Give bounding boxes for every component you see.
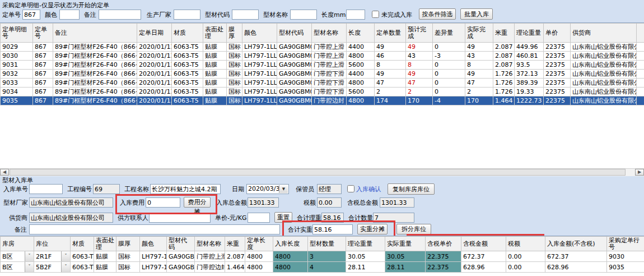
column-header[interactable]: 税额 xyxy=(506,237,545,251)
filter-profile-code-input[interactable] xyxy=(232,10,259,20)
weight-share-button[interactable]: 实重分摊 xyxy=(357,224,388,234)
column-header[interactable]: 含税金额 xyxy=(461,237,506,251)
column-header[interactable]: 库位 xyxy=(34,237,71,251)
horizontal-scrollbar[interactable]: ◀ ▶ xyxy=(0,168,644,176)
column-header[interactable]: 供货商 xyxy=(571,24,637,43)
tax-input[interactable] xyxy=(317,197,342,208)
column-header[interactable]: 定单号 xyxy=(33,24,53,43)
date-picker[interactable]: 2020/03/31 ▼ xyxy=(246,184,289,194)
reset-button[interactable]: 重置 xyxy=(274,212,292,223)
column-header[interactable]: 膜厚 xyxy=(116,237,140,251)
cell[interactable]: 2R1F˅ xyxy=(34,251,71,262)
column-header[interactable]: 实际完成 xyxy=(465,24,493,43)
column-header[interactable]: 定单明细号 xyxy=(1,24,33,43)
remark-input[interactable] xyxy=(29,224,280,234)
column-header[interactable]: 含税单价 xyxy=(426,237,461,251)
batch-inbound-button[interactable]: 批量入库 xyxy=(460,8,493,20)
filter-color-input[interactable] xyxy=(59,10,80,20)
cell: 47 xyxy=(406,79,433,88)
calendar-dropdown-icon[interactable]: ▼ xyxy=(279,185,288,193)
table-row[interactable]: 903586789#门框型材F26-F40（866+867）2020/01/13… xyxy=(1,96,644,105)
column-header[interactable]: 膜厚 xyxy=(227,24,242,43)
actual-weight-input[interactable] xyxy=(312,224,353,234)
cell: 4800 xyxy=(347,52,375,61)
cell[interactable]: B区˅ xyxy=(1,251,34,262)
table-row[interactable]: 902986789#门框型材F26-F40（866+867）2020/01/13… xyxy=(1,43,644,52)
supplier-input[interactable] xyxy=(29,213,113,223)
column-header[interactable]: 型材数量 xyxy=(308,237,346,251)
cell: 6063-T5 xyxy=(172,88,203,96)
column-header[interactable]: 差异量 xyxy=(433,24,465,43)
column-header[interactable]: 长度 xyxy=(347,24,375,43)
column-header[interactable]: 定单日期 xyxy=(137,24,172,43)
filter-remark-input[interactable] xyxy=(99,10,141,20)
cell[interactable]: B区˅ xyxy=(1,262,34,273)
inbound-confirm-checkbox[interactable] xyxy=(347,185,354,192)
table-row[interactable]: 903486789#门框型材F26-F40（866+867）2020/01/13… xyxy=(1,88,644,96)
column-header[interactable]: 单价 xyxy=(544,24,571,43)
table-row[interactable]: 903086789#门框型材F26-F40（866+867）2020/01/13… xyxy=(1,52,644,61)
split-warehouse-button[interactable]: 拆分库位 xyxy=(396,224,431,234)
column-header[interactable]: 材质 xyxy=(71,237,94,251)
column-header[interactable]: 采购定单行号 xyxy=(607,237,644,251)
column-header[interactable]: 入库金额(不含税) xyxy=(545,237,607,251)
keeper-input[interactable] xyxy=(317,184,342,194)
factory-input[interactable] xyxy=(29,197,113,208)
cell[interactable]: 5B2F˅ xyxy=(34,262,71,273)
column-header[interactable]: 表面处理 xyxy=(203,24,227,43)
filter-length-input[interactable] xyxy=(346,10,365,20)
column-header[interactable]: 预计完成 xyxy=(406,24,433,43)
filter-profile-name-input[interactable] xyxy=(290,10,317,20)
project-no-input[interactable] xyxy=(93,184,120,194)
fee-input[interactable] xyxy=(146,197,180,208)
column-header[interactable]: 理论重量 xyxy=(515,24,544,43)
column-header[interactable]: 备注 xyxy=(53,24,137,43)
column-header[interactable]: 库房 xyxy=(1,237,34,251)
column-header[interactable]: 型材名称 xyxy=(312,24,347,43)
column-header[interactable]: 理论重量 xyxy=(346,237,385,251)
table-row[interactable]: B区˅2R1F˅6063-T5贴膜国标LH797-1LL0GA90GBM03门带… xyxy=(1,251,644,262)
column-header[interactable]: 型材代码 xyxy=(277,24,312,43)
column-header[interactable]: 颜色 xyxy=(242,24,277,43)
dropdown-arrow-icon[interactable]: ˅ xyxy=(61,262,70,272)
column-header[interactable]: 颜色 xyxy=(140,237,167,251)
column-header[interactable]: 实际重量 xyxy=(385,237,426,251)
inbound-total-input[interactable] xyxy=(248,197,279,208)
total-qty-input[interactable] xyxy=(373,213,414,223)
scroll-left-icon[interactable]: ◀ xyxy=(0,169,9,176)
cell: 2020/01/13 xyxy=(137,96,172,105)
unit-price-input[interactable] xyxy=(248,213,270,223)
cell: 93.5 xyxy=(515,61,544,70)
table-row[interactable]: 903286789#门框型材F26-F40（866+867）2020/01/13… xyxy=(1,70,644,79)
filter-by-condition-button[interactable]: 按条件筛选 xyxy=(419,8,456,20)
cell: 8 xyxy=(465,61,493,70)
column-header[interactable]: 入库长度 xyxy=(273,237,308,251)
column-header[interactable]: 材质 xyxy=(172,24,203,43)
column-header[interactable]: 表面处理 xyxy=(94,237,116,251)
column-header[interactable]: 米重 xyxy=(225,237,245,251)
table-row[interactable]: 903186789#门框型材F26-F40（866+867）2020/01/13… xyxy=(1,61,644,70)
table-row[interactable]: B区˅5B2F˅6063-T5贴膜国标LH797-1LL0GA90GBM05门带… xyxy=(1,262,644,273)
dropdown-arrow-icon[interactable]: ˅ xyxy=(25,262,34,272)
column-header[interactable]: 型材代码 xyxy=(167,237,195,251)
column-header[interactable]: 型材名称 xyxy=(195,237,225,251)
theory-weight-input[interactable] xyxy=(321,213,344,223)
dropdown-arrow-icon[interactable]: ˅ xyxy=(61,251,70,261)
table-row[interactable]: 903386789#门框型材F26-F40（866+867）2020/01/13… xyxy=(1,79,644,88)
column-header[interactable]: 米重 xyxy=(493,24,515,43)
column-header[interactable]: 定单长度 xyxy=(245,237,273,251)
cell: 30.05 xyxy=(346,251,385,262)
dropdown-arrow-icon[interactable]: ˅ xyxy=(25,251,34,261)
unfinished-checkbox[interactable] xyxy=(372,11,379,18)
tax-total-input[interactable] xyxy=(380,197,414,208)
scroll-right-icon[interactable]: ▶ xyxy=(635,169,644,176)
copy-warehouse-button[interactable]: 复制库房库位 xyxy=(388,183,435,195)
inbound-no-input[interactable] xyxy=(29,184,63,194)
contact-input[interactable] xyxy=(149,213,211,223)
fee-share-button[interactable]: 费用分摊 xyxy=(184,197,211,208)
filter-maker-input[interactable] xyxy=(174,10,200,20)
filter-order-no-input[interactable] xyxy=(22,10,40,20)
project-name-input[interactable] xyxy=(150,184,221,194)
column-header[interactable]: 定单数量 xyxy=(375,24,406,43)
scroll-thumb[interactable] xyxy=(10,169,626,176)
